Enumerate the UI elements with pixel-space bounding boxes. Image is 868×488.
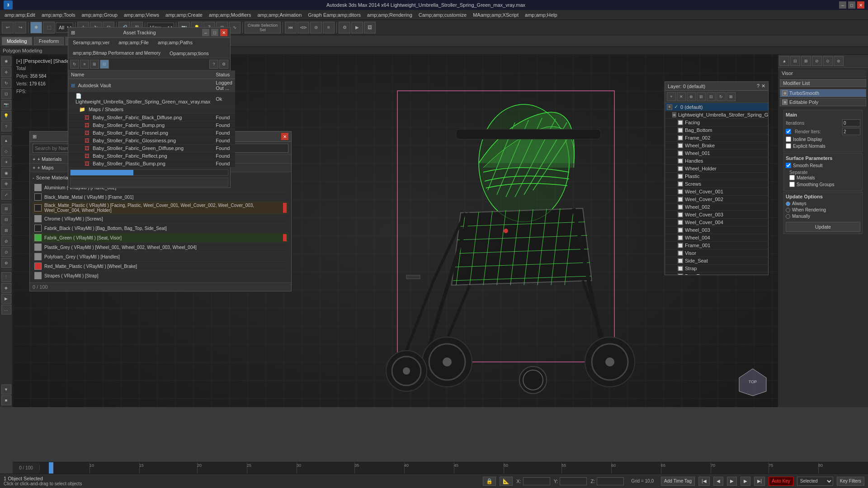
mb-mat-fabrik-green[interactable]: Fabrik_Green ( VRayMtl ) [Seat, Visor] (33, 233, 288, 243)
lt-display-btn[interactable]: ⊙ (1, 247, 11, 257)
smoothing-groups-checkbox[interactable] (789, 182, 795, 187)
at-row-vault[interactable]: ⊞ Autodesk Vault Logged Out ... (68, 79, 235, 92)
when-rendering-radio[interactable] (786, 208, 790, 212)
select-region-button[interactable]: ⬚ (43, 22, 55, 33)
render-frame-btn[interactable]: 🖼 (364, 22, 376, 33)
layer-item-plastic[interactable]: ⬜ Plastic (665, 173, 768, 180)
render-setup-btn[interactable]: ⚙ (339, 22, 350, 33)
mb-mat-plastik-grey[interactable]: Plastik_Grey ( VRayMtl ) [Wheel_001, Whe… (33, 243, 288, 252)
layer-item-weel-cover-001[interactable]: ⬜ Weel_Cover_001 (665, 188, 768, 196)
lp-expand-btn[interactable]: ⊠ (726, 92, 736, 101)
at-help-btn[interactable]: ? (209, 60, 218, 69)
lt-geom-btn[interactable]: ▲ (1, 136, 11, 145)
modeling-tab[interactable]: Modeling (2, 37, 32, 45)
layer-item-side-seat[interactable]: ⬜ Side_Seat (665, 257, 768, 265)
mb-mat-black-metal[interactable]: Black_Matte_Metal ( VRayMtl ) [Frame_001… (33, 192, 288, 202)
menu-edit[interactable]: amp;amp;Edit (2, 11, 38, 19)
menu-create[interactable]: amp;amp;Create (163, 11, 205, 19)
mb-close-btn[interactable]: ✕ (281, 133, 288, 140)
at-close-btn[interactable]: ✕ (220, 29, 227, 36)
modifier-editable-poly[interactable]: ⊗ Editable Poly (780, 98, 866, 106)
lt-camera2-btn[interactable]: ◉ (1, 168, 11, 178)
at-row-img5[interactable]: 🖼 Baby_Stroller_Fabric_Green_Diffuse.png… (68, 145, 235, 152)
lt-modify-btn[interactable]: ⊟ (1, 215, 11, 225)
menu-views[interactable]: amp;amp;Views (121, 11, 162, 19)
menu-graph-editors[interactable]: Graph Eamp;amp;ditors (305, 11, 363, 19)
redo-button[interactable]: ↪ (14, 22, 26, 33)
lt-material-btn[interactable]: ◈ (1, 283, 11, 293)
rp-create-btn[interactable]: ▲ (779, 56, 789, 66)
rp-motion-btn[interactable]: ⊘ (812, 56, 822, 66)
coord-type-btn[interactable]: 📐 (500, 477, 513, 486)
timeline[interactable]: 0 / 100 10 15 20 25 30 35 40 45 50 55 60… (13, 462, 868, 474)
playback-btn[interactable]: ⏮ (285, 22, 297, 33)
key-prev-btn[interactable]: |◀ (698, 477, 710, 486)
lt-utility-btn[interactable]: ⊛ (1, 258, 11, 268)
z-input[interactable] (597, 477, 624, 485)
layer-item-wheel-004[interactable]: ⬜ Wheel_004 (665, 234, 768, 242)
rp-display-btn[interactable]: ⊙ (823, 56, 833, 66)
at-settings-btn[interactable]: ⚙ (219, 60, 228, 69)
layer-panel-close[interactable]: ✕ (761, 83, 765, 89)
at-max-btn[interactable]: □ (211, 29, 218, 36)
at-detail-btn[interactable]: ⊞ (90, 60, 99, 69)
layer-item-default[interactable]: ≡ ✓ 0 (default) (665, 103, 768, 111)
x-input[interactable] (523, 477, 550, 485)
mb-mat-chrome[interactable]: Chrome ( VRayMtl ) [Screws] (33, 214, 288, 224)
selected-dropdown[interactable]: Selected (797, 477, 833, 486)
add-time-tag-btn[interactable]: Add Time Tag (661, 477, 695, 486)
layer-item-frame-002[interactable]: ⬜ Frame_002 (665, 134, 768, 142)
menu-tools[interactable]: amp;amp;Tools (39, 11, 78, 19)
y-input[interactable] (560, 477, 587, 485)
next-frame-btn[interactable]: ▶ (741, 477, 750, 486)
lt-shape-btn[interactable]: ◇ (1, 146, 11, 156)
freeform-tab[interactable]: Freeform (34, 37, 64, 45)
lp-delete-btn[interactable]: ✕ (677, 92, 686, 101)
at-row-file[interactable]: 📄 Lightweight_Umbrella_Stroller_Spring_G… (68, 92, 235, 106)
at-min-btn[interactable]: – (202, 29, 209, 36)
lt-extra-btn[interactable]: … (1, 305, 11, 314)
update-button[interactable]: Update (786, 222, 860, 232)
lt-schematic-btn[interactable]: ⋮ (1, 272, 11, 282)
play-btn[interactable]: ▶ (727, 477, 737, 486)
key-next-btn[interactable]: ▶| (754, 477, 765, 486)
layer-item-screws[interactable]: ⬜ Screws (665, 180, 768, 188)
minimize-button[interactable]: – (839, 1, 846, 9)
menu-customize[interactable]: Camp;amp;customize (416, 11, 469, 19)
lt-motion-btn[interactable]: ⊘ (1, 236, 11, 246)
iterations-input[interactable] (842, 119, 860, 127)
layer-item-visor[interactable]: ⬜ Visor (665, 249, 768, 257)
layer-item-weel-cover-002[interactable]: ⬜ Weel_Cover_002 (665, 196, 768, 203)
prev-frame-btn[interactable]: ◀ (713, 477, 723, 486)
lp-refresh-btn[interactable]: ↻ (717, 92, 726, 101)
lt-light-btn[interactable]: 💡 (1, 111, 11, 121)
rp-hierarchy-btn[interactable]: ⊠ (801, 56, 811, 66)
mirror-btn[interactable]: ⊲⊳ (297, 22, 309, 33)
lp-new-btn[interactable]: + (667, 92, 676, 101)
isoline-checkbox[interactable] (786, 136, 791, 142)
lp-add-btn[interactable]: ⊕ (687, 92, 696, 101)
layer-item-frame-001[interactable]: ⬜ Frame_001 (665, 242, 768, 249)
layer-item-stroller[interactable]: ⊞ Lightweight_Umbrella_Stroller_Spring_G… (665, 111, 768, 119)
layer-panel-help[interactable]: ? (757, 83, 760, 89)
close-button[interactable]: ✕ (857, 1, 864, 9)
menu-help[interactable]: amp;amp;Help (522, 11, 560, 19)
lt-bottom-btn[interactable]: ▼ (1, 385, 11, 394)
maximize-button[interactable]: □ (848, 1, 855, 9)
lt-system-btn[interactable]: ⊞ (1, 204, 11, 214)
select-button[interactable]: ✱ (30, 22, 42, 33)
lt-scale-btn[interactable]: ⊡ (1, 89, 11, 99)
at-row-img7[interactable]: 🖼 Baby_Stroller_Plastic_Bump.png Found (68, 160, 235, 168)
layer-item-handles[interactable]: ⬜ Handles (665, 157, 768, 165)
at-row-maps[interactable]: 📁 Maps / Shaders (68, 106, 235, 114)
at-row-img2[interactable]: 🖼 Baby_Stroller_Fabric_Bump.png Found (68, 122, 235, 129)
navigation-cube[interactable]: TOP (737, 366, 769, 398)
lt-rotate-btn[interactable]: ↻ (1, 78, 11, 88)
lp-find-btn[interactable]: ⊟ (707, 92, 716, 101)
timeline-track[interactable]: 10 15 20 25 30 35 40 45 50 55 60 65 70 7… (40, 462, 868, 474)
layer-item-weel-cover-004[interactable]: ⬜ Weel_Cover_004 (665, 219, 768, 226)
rp-modify-btn[interactable]: ⊟ (790, 56, 800, 66)
create-selection-set-btn[interactable]: Create Selection Set (245, 22, 281, 33)
align-btn[interactable]: ⊜ (310, 22, 322, 33)
layer-mgr-btn[interactable]: ≡ (323, 22, 335, 33)
